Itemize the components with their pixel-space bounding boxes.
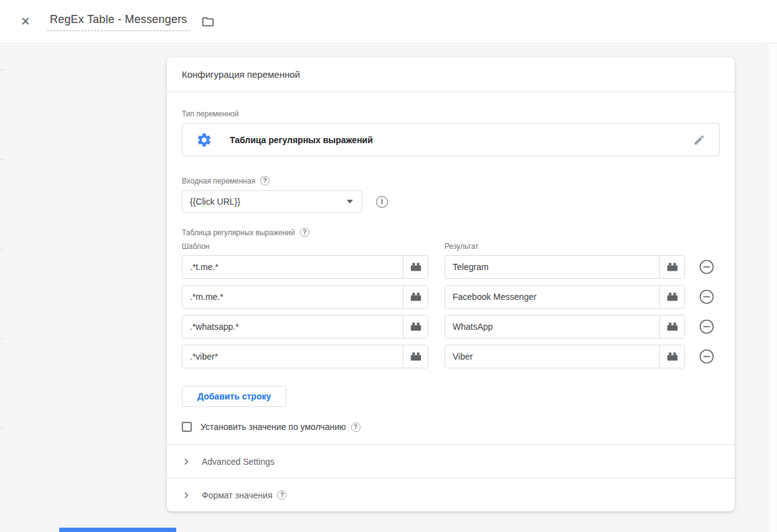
input-variable-value: {{Click URL}} bbox=[190, 197, 240, 207]
remove-row-button[interactable] bbox=[697, 287, 716, 306]
edge-line bbox=[0, 338, 4, 339]
variable-configuration-card: Конфигурация переменной Тип переменной Т… bbox=[167, 57, 735, 511]
pattern-field bbox=[182, 345, 428, 368]
edge-line bbox=[0, 428, 4, 429]
result-input[interactable] bbox=[445, 345, 659, 368]
section-value-format[interactable]: Формат значения ? bbox=[167, 478, 735, 511]
brick-icon bbox=[410, 261, 422, 273]
insert-variable-button[interactable] bbox=[659, 256, 684, 278]
edge-line bbox=[0, 249, 4, 250]
help-icon[interactable]: ? bbox=[351, 422, 360, 432]
brick-icon bbox=[666, 351, 679, 362]
insert-variable-button[interactable] bbox=[403, 315, 428, 338]
input-variable-row: {{Click URL}} i bbox=[182, 190, 720, 213]
input-variable-select[interactable]: {{Click URL}} bbox=[182, 190, 362, 213]
insert-variable-button[interactable] bbox=[403, 256, 428, 278]
help-icon[interactable]: ? bbox=[300, 228, 309, 237]
default-value-label: Установить значение по умолчанию bbox=[200, 422, 346, 432]
edge-line bbox=[0, 70, 4, 70]
result-field bbox=[445, 285, 685, 309]
brick-icon bbox=[666, 261, 679, 273]
input-variable-label-row: Входная переменная ? bbox=[182, 176, 720, 185]
pattern-field bbox=[182, 315, 428, 338]
pattern-input[interactable] bbox=[182, 315, 403, 338]
card-form: Тип переменной Таблица регулярных выраже… bbox=[167, 92, 735, 444]
variable-type-value: Таблица регулярных выражений bbox=[230, 135, 373, 145]
pattern-column-header: Шаблон bbox=[182, 242, 445, 251]
table-row bbox=[182, 255, 720, 279]
default-value-checkbox[interactable] bbox=[182, 422, 192, 432]
pattern-field bbox=[182, 255, 428, 279]
regex-table-label-row: Таблица регулярных выражений ? bbox=[182, 228, 720, 237]
table-row bbox=[182, 345, 720, 368]
table-row bbox=[182, 285, 720, 309]
remove-row-button[interactable] bbox=[697, 317, 716, 336]
default-value-row: Установить значение по умолчанию ? bbox=[182, 422, 720, 432]
result-field bbox=[445, 315, 685, 338]
chevron-right-icon bbox=[182, 491, 191, 500]
input-variable-label: Входная переменная bbox=[182, 177, 255, 185]
variable-title-field[interactable]: RegEx Table - Messengers bbox=[47, 12, 190, 31]
remove-row-button[interactable] bbox=[697, 347, 716, 366]
info-icon[interactable]: i bbox=[376, 196, 388, 208]
brick-icon bbox=[410, 291, 422, 302]
brick-icon bbox=[666, 291, 679, 302]
insert-variable-button[interactable] bbox=[659, 315, 684, 338]
card-title: Конфигурация переменной bbox=[167, 57, 735, 92]
minus-circle-icon bbox=[698, 288, 715, 306]
chevron-right-icon bbox=[182, 457, 191, 466]
help-icon[interactable]: ? bbox=[260, 176, 270, 185]
edge-line bbox=[0, 159, 4, 160]
chevron-down-icon bbox=[347, 200, 353, 203]
page-title: RegEx Table - Messengers bbox=[50, 13, 187, 26]
pattern-input[interactable] bbox=[182, 345, 403, 368]
add-row-button[interactable]: Добавить строку bbox=[182, 386, 286, 407]
insert-variable-button[interactable] bbox=[403, 286, 428, 308]
minus-circle-icon bbox=[698, 318, 715, 335]
pattern-field bbox=[182, 285, 428, 309]
result-input[interactable] bbox=[445, 256, 659, 278]
result-input[interactable] bbox=[445, 286, 659, 308]
edit-pencil-icon[interactable] bbox=[693, 134, 705, 146]
gear-icon bbox=[196, 132, 212, 148]
result-column-header: Результат bbox=[445, 242, 479, 251]
remove-row-button[interactable] bbox=[697, 258, 716, 276]
brick-icon bbox=[410, 351, 422, 362]
workspace-background: Конфигурация переменной Тип переменной Т… bbox=[0, 44, 777, 532]
insert-variable-button[interactable] bbox=[403, 345, 428, 368]
insert-variable-button[interactable] bbox=[659, 345, 684, 368]
folder-icon[interactable] bbox=[199, 12, 217, 31]
result-input[interactable] bbox=[445, 315, 659, 338]
top-bar: ✕ RegEx Table - Messengers bbox=[0, 0, 777, 44]
variable-type-label: Тип переменной bbox=[182, 110, 720, 118]
result-field bbox=[445, 345, 685, 368]
scrollbar-track[interactable] bbox=[768, 44, 777, 532]
section-label: Формат значения bbox=[202, 490, 272, 500]
insert-variable-button[interactable] bbox=[659, 286, 684, 308]
brick-icon bbox=[410, 321, 422, 332]
minus-circle-icon bbox=[698, 348, 715, 365]
minus-circle-icon bbox=[698, 258, 715, 276]
pattern-input[interactable] bbox=[182, 256, 403, 278]
regex-table-column-headers: Шаблон Результат bbox=[182, 242, 720, 251]
result-field bbox=[445, 255, 685, 279]
brick-icon bbox=[666, 321, 679, 332]
help-icon[interactable]: ? bbox=[277, 490, 286, 500]
table-row bbox=[182, 315, 720, 338]
background-blue-element bbox=[59, 528, 176, 532]
close-icon[interactable]: ✕ bbox=[16, 12, 35, 31]
section-advanced-settings[interactable]: Advanced Settings bbox=[167, 444, 735, 478]
variable-type-box: Таблица регулярных выражений bbox=[182, 123, 720, 156]
regex-table-label: Таблица регулярных выражений bbox=[182, 228, 295, 237]
section-label: Advanced Settings bbox=[202, 457, 275, 467]
pattern-input[interactable] bbox=[182, 286, 403, 308]
